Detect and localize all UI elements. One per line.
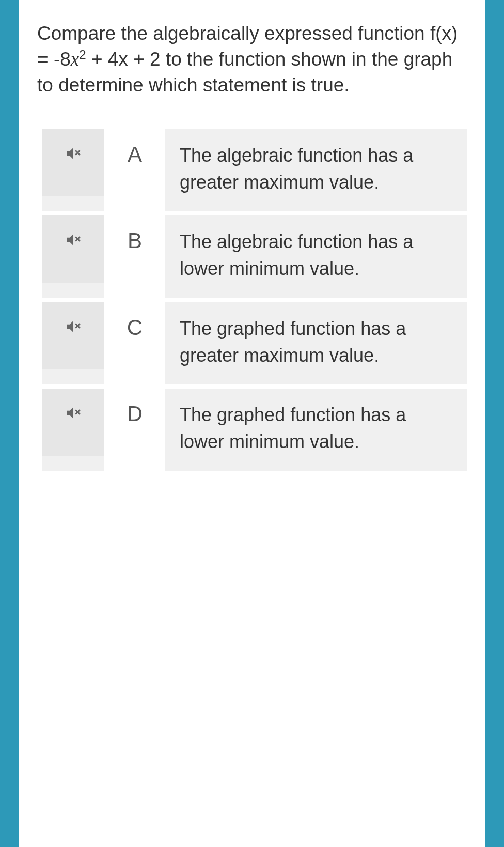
option-text: The algebraic function has a lower minim…: [165, 215, 467, 298]
option-letter: C: [127, 315, 143, 340]
option-text: The graphed function has a lower minimum…: [165, 389, 467, 471]
option-letter: D: [127, 402, 143, 426]
option-a[interactable]: A The algebraic function has a greater m…: [42, 129, 467, 211]
outer-frame: Compare the algebraically expressed func…: [0, 0, 504, 847]
options-list: A The algebraic function has a greater m…: [37, 129, 467, 471]
question-exponent: 2: [79, 48, 86, 61]
option-b[interactable]: B The algebraic function has a lower min…: [42, 215, 467, 298]
content-panel: Compare the algebraically expressed func…: [19, 0, 485, 847]
option-letter: B: [128, 228, 142, 253]
question-text: Compare the algebraically expressed func…: [37, 21, 467, 98]
mute-icon: [65, 318, 82, 335]
option-text: The algebraic function has a greater max…: [165, 129, 467, 211]
mute-button-a[interactable]: [42, 129, 104, 196]
mute-icon: [65, 231, 82, 249]
question-suffix: + 4x + 2 to the function shown in the gr…: [37, 49, 452, 96]
option-letter-cell: C: [104, 302, 165, 384]
mute-icon: [65, 404, 82, 422]
option-letter-cell: A: [104, 129, 165, 211]
option-d[interactable]: D The graphed function has a lower minim…: [42, 389, 467, 471]
question-var: x: [71, 49, 79, 70]
mute-icon: [65, 145, 82, 162]
mute-button-c[interactable]: [42, 302, 104, 369]
option-letter-cell: D: [104, 389, 165, 471]
mute-button-b[interactable]: [42, 215, 104, 283]
option-letter-cell: B: [104, 215, 165, 298]
mute-button-d[interactable]: [42, 389, 104, 456]
option-text: The graphed function has a greater maxim…: [165, 302, 467, 384]
option-letter: A: [128, 142, 142, 167]
option-c[interactable]: C The graphed function has a greater max…: [42, 302, 467, 384]
